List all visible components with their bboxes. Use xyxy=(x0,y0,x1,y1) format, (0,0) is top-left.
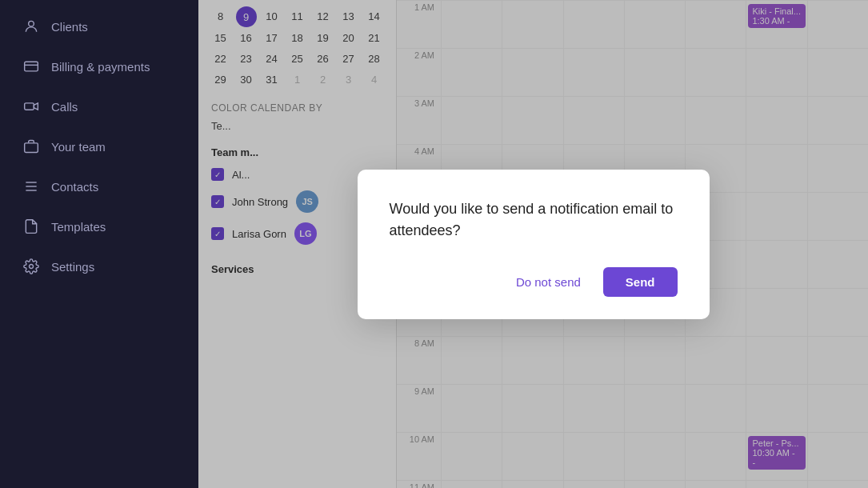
sidebar-item-templates[interactable]: Templates xyxy=(6,207,192,246)
send-button[interactable]: Send xyxy=(603,267,678,297)
document-icon xyxy=(22,218,40,235)
modal-actions: Do not send Send xyxy=(390,267,678,297)
modal-overlay: Would you like to send a notification em… xyxy=(198,0,868,488)
sidebar-item-label: Templates xyxy=(51,220,106,234)
video-icon xyxy=(22,98,40,115)
briefcase-icon xyxy=(22,138,40,155)
svg-rect-1 xyxy=(25,62,38,71)
sidebar-item-billing[interactable]: Billing & payments xyxy=(6,47,192,86)
sidebar-item-label: Billing & payments xyxy=(51,60,150,74)
modal-title: Would you like to send a notification em… xyxy=(390,198,678,242)
sidebar-item-clients[interactable]: Clients xyxy=(6,7,192,46)
main-content: 8 9 10 11 12 13 14 15 16 17 18 19 20 21 … xyxy=(198,0,868,488)
svg-point-8 xyxy=(30,265,34,269)
svg-rect-3 xyxy=(25,103,34,110)
sidebar-item-label: Contacts xyxy=(51,180,98,194)
gear-icon xyxy=(22,258,40,275)
modal-box: Would you like to send a notification em… xyxy=(358,170,710,319)
sidebar-item-settings[interactable]: Settings xyxy=(6,247,192,286)
sidebar-item-label: Your team xyxy=(51,140,106,154)
sidebar-item-contacts[interactable]: Contacts xyxy=(6,167,192,206)
sidebar-item-calls[interactable]: Calls xyxy=(6,87,192,126)
svg-point-0 xyxy=(29,21,34,26)
sidebar: Clients Billing & payments Calls Your te… xyxy=(0,0,198,488)
sidebar-item-label: Clients xyxy=(51,20,88,34)
sidebar-item-label: Calls xyxy=(51,100,78,114)
sidebar-item-label: Settings xyxy=(51,260,94,274)
do-not-send-button[interactable]: Do not send xyxy=(503,267,594,297)
sidebar-item-your-team[interactable]: Your team xyxy=(6,127,192,166)
person-icon xyxy=(22,18,40,35)
list-icon xyxy=(22,178,40,195)
svg-rect-4 xyxy=(25,143,38,153)
card-icon xyxy=(22,58,40,75)
